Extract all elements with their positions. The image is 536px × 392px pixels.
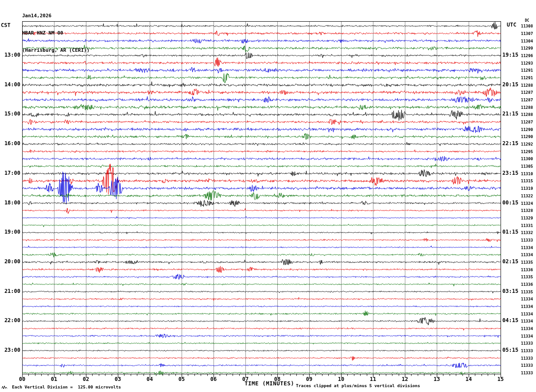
utc-hour-label: 02:15 [502, 258, 518, 265]
dc-value: 11308 [521, 24, 533, 28]
dc-value: 11334 [521, 327, 533, 331]
x-tick-label: 06 [210, 376, 217, 382]
x-tick-label: 09 [306, 376, 312, 382]
cst-hour-label: 14:00 [0, 81, 20, 88]
dc-value: 11334 [521, 304, 533, 309]
dc-value: 11288 [521, 112, 533, 117]
x-tick-label: 11 [370, 376, 376, 382]
utc-hour-label: 00:15 [502, 200, 518, 206]
dc-value: 11333 [521, 363, 533, 368]
x-tick-label: 00 [19, 376, 25, 382]
x-tick-label: 03 [115, 376, 121, 382]
x-tick-label: 05 [179, 376, 185, 382]
dc-value: 11291 [521, 68, 533, 73]
dc-value: 11333 [521, 341, 533, 346]
dc-value: 11335 [521, 275, 533, 279]
dc-value: 11292 [521, 142, 533, 146]
x-tick-label: 04 [147, 376, 153, 382]
dc-value: 11305 [521, 164, 533, 169]
dc-value: 11331 [521, 223, 533, 228]
right-timezone-label: UTC [507, 22, 517, 28]
title-location: (Harrisburg, AR (CERI)) [22, 47, 89, 53]
dc-value: 11333 [521, 349, 533, 353]
x-tick-label: 12 [402, 376, 408, 382]
utc-hour-label: 22:15 [502, 140, 518, 146]
title-date: Jan14,2026 [22, 13, 89, 19]
dc-value: 11334 [521, 297, 533, 301]
utc-hour-label: 03:15 [502, 288, 518, 294]
cst-hour-label: 20:00 [0, 258, 20, 265]
dc-value: 11335 [521, 260, 533, 265]
utc-hour-label: 20:15 [502, 81, 518, 88]
x-tick-label: 10 [338, 376, 344, 382]
utc-hour-label: 19:15 [502, 52, 518, 58]
seismogram-page: Jan14,2026 HBAR HNZ NM 00 (Harrisburg, A… [0, 0, 536, 392]
dc-value: 11328 [521, 208, 533, 213]
dc-value: 11334 [521, 253, 533, 257]
dc-value: 11315 [521, 179, 533, 183]
cst-hour-label: 23:00 [0, 347, 20, 353]
utc-hour-label: 05:15 [502, 347, 518, 353]
dc-value: 11319 [521, 186, 533, 191]
dc-value: 11334 [521, 246, 533, 250]
cst-hour-label: 22:00 [0, 317, 20, 323]
dc-value: 11329 [521, 216, 533, 220]
x-tick-label: 14 [466, 376, 472, 382]
dc-value: 11334 [521, 334, 533, 338]
dc-value: 11290 [521, 135, 533, 139]
cst-hour-label: 15:00 [0, 111, 20, 117]
dc-column-header: DC [525, 19, 529, 23]
dc-value: 11333 [521, 238, 533, 242]
dc-value: 11333 [521, 356, 533, 361]
dc-value: 11287 [521, 120, 533, 124]
x-tick-label: 01 [51, 376, 57, 382]
dc-value: 11288 [521, 83, 533, 88]
utc-hour-label: 04:15 [502, 317, 518, 323]
dc-value: 11299 [521, 46, 533, 50]
dc-value: 11322 [521, 194, 533, 198]
cst-hour-label: 19:00 [0, 229, 20, 235]
x-tick-label: 02 [83, 376, 89, 382]
x-tick-label: 13 [434, 376, 440, 382]
dc-value: 11336 [521, 282, 533, 287]
dc-value: 11291 [521, 76, 533, 80]
dc-value: 11334 [521, 312, 533, 316]
dc-value: 11293 [521, 61, 533, 65]
dc-value: 11287 [521, 98, 533, 102]
clip-note: Traces clipped at plus/minus 5 vertical … [296, 383, 420, 388]
dc-value: 11295 [521, 150, 533, 154]
dc-value: 11296 [521, 54, 533, 58]
left-timezone-label: CST [1, 22, 11, 28]
cst-hour-label: 21:00 [0, 288, 20, 294]
utc-hour-label: 21:15 [502, 111, 518, 117]
dc-value: 11290 [521, 127, 533, 132]
utc-hour-label: 23:15 [502, 170, 518, 176]
cst-hour-label: 17:00 [0, 170, 20, 176]
dc-value: 11310 [521, 172, 533, 176]
squiggle-icon [1, 385, 8, 389]
utc-hour-label: 01:15 [502, 229, 518, 235]
dc-value: 11307 [521, 31, 533, 36]
dc-value: 11334 [521, 319, 533, 323]
dc-value: 11336 [521, 268, 533, 272]
dc-value: 11287 [521, 90, 533, 95]
x-axis-title: TIME (MINUTES) [245, 380, 294, 387]
dc-value: 11333 [521, 371, 533, 375]
title-block: Jan14,2026 HBAR HNZ NM 00 (Harrisburg, A… [22, 1, 89, 65]
cst-hour-label: 13:00 [0, 52, 20, 58]
dc-value: 11288 [521, 105, 533, 110]
dc-value: 11304 [521, 39, 533, 43]
scale-note: Each Vertical Division = 125.00 microvol… [12, 384, 121, 389]
title-station: HBAR HNZ NM 00 [22, 30, 89, 36]
x-tick-label: 15 [497, 376, 504, 382]
cst-hour-label: 16:00 [0, 140, 20, 146]
cst-hour-label: 18:00 [0, 200, 20, 206]
dc-value: 11332 [521, 231, 533, 235]
dc-value: 11300 [521, 157, 533, 161]
dc-value: 11324 [521, 201, 533, 206]
dc-value: 11335 [521, 290, 533, 294]
